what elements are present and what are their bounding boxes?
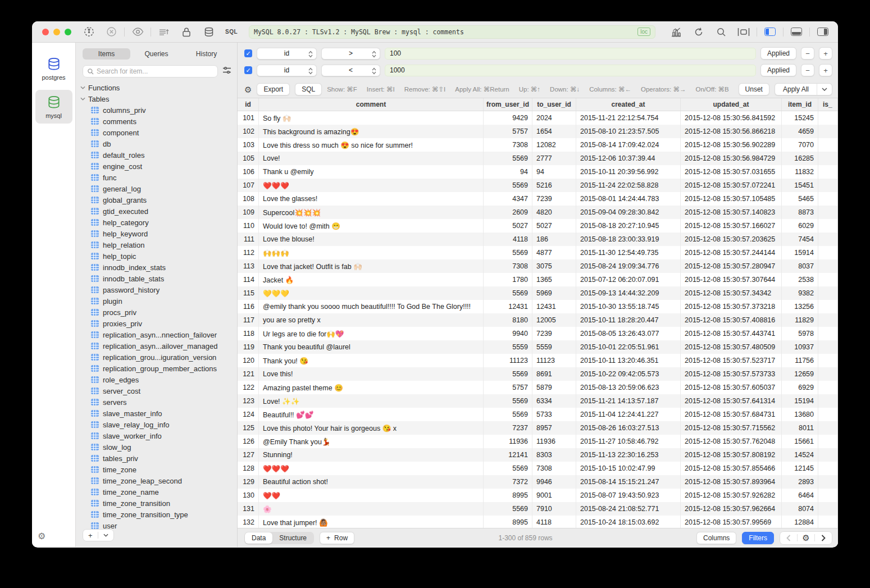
filter-applied-button[interactable]: Applied bbox=[760, 64, 796, 76]
cell-updated_at[interactable]: 2015-12-08 15:30:57.480509 bbox=[681, 340, 782, 354]
cell-item_id[interactable]: 8011 bbox=[782, 421, 818, 435]
cell-comment[interactable]: Love that jumper! 🙆🏽 bbox=[259, 516, 484, 528]
cell-from_user_id[interactable]: 5569 bbox=[484, 179, 532, 192]
cell-comment[interactable]: Supercool💥💥💥 bbox=[259, 206, 484, 219]
cell-from_user_id[interactable]: 12431 bbox=[484, 300, 532, 313]
cell-to_user_id[interactable]: 8303 bbox=[532, 448, 576, 462]
cell-updated_at[interactable]: 2015-12-08 15:30:57.280947 bbox=[681, 259, 782, 273]
cell-item_id[interactable]: 16285 bbox=[782, 152, 818, 165]
cell-comment[interactable]: Amazing pastel theme 😊 bbox=[259, 381, 484, 394]
cell-to_user_id[interactable]: 4877 bbox=[532, 246, 576, 259]
cell-item_id[interactable]: 12884 bbox=[782, 516, 818, 528]
next-page-button[interactable] bbox=[815, 532, 832, 544]
filter-value-input[interactable]: 100 bbox=[385, 48, 756, 60]
cell-to_user_id[interactable]: 7308 bbox=[532, 462, 576, 475]
cell-id[interactable]: 126 bbox=[238, 435, 259, 448]
tab-queries[interactable]: Queries bbox=[133, 48, 180, 60]
column-header-created_at[interactable]: created_at bbox=[576, 98, 681, 111]
cell-created_at[interactable]: 2015-08-10 21:23:57.505 bbox=[576, 125, 681, 138]
column-header-is_[interactable]: is_ bbox=[818, 98, 838, 111]
cell-is_[interactable] bbox=[818, 381, 838, 394]
cell-item_id[interactable]: 7070 bbox=[782, 138, 818, 152]
cell-is_[interactable] bbox=[818, 259, 838, 273]
database-icon[interactable] bbox=[199, 25, 218, 39]
sidebar-table-slow_log[interactable]: slow_log bbox=[76, 441, 237, 453]
cell-id[interactable]: 106 bbox=[238, 165, 259, 179]
cell-is_[interactable] bbox=[818, 448, 838, 462]
cell-comment[interactable]: 💛💛💛 bbox=[259, 286, 484, 300]
sidebar-table-comments[interactable]: comments bbox=[76, 116, 237, 127]
cell-to_user_id[interactable]: 7910 bbox=[532, 502, 576, 516]
cell-updated_at[interactable]: 2015-12-08 15:30:56.866218 bbox=[681, 125, 782, 138]
cell-updated_at[interactable]: 2015-12-08 15:30:57.808192 bbox=[681, 448, 782, 462]
cell-is_[interactable] bbox=[818, 192, 838, 206]
filter-operator-select[interactable]: > bbox=[321, 48, 380, 60]
refresh-icon[interactable] bbox=[689, 25, 708, 39]
cell-id[interactable]: 113 bbox=[238, 259, 259, 273]
cell-updated_at[interactable]: 2015-12-08 15:30:57.684731 bbox=[681, 408, 782, 421]
cell-comment[interactable]: Beautiful action shot! bbox=[259, 475, 484, 489]
add-filter-button[interactable]: + bbox=[819, 47, 832, 60]
cell-is_[interactable] bbox=[818, 421, 838, 435]
cell-is_[interactable] bbox=[818, 233, 838, 246]
cell-updated_at[interactable]: 2015-12-08 15:30:57.523717 bbox=[681, 354, 782, 367]
cell-is_[interactable] bbox=[818, 206, 838, 219]
cell-created_at[interactable]: 2015-11-21 22:12:54.754 bbox=[576, 111, 681, 125]
cell-updated_at[interactable]: 2015-12-08 15:30:56.902289 bbox=[681, 138, 782, 152]
search-icon[interactable] bbox=[712, 25, 731, 39]
cell-from_user_id[interactable]: 5569 bbox=[484, 152, 532, 165]
cell-from_user_id[interactable]: 2609 bbox=[484, 206, 532, 219]
zoom-window-button[interactable] bbox=[65, 29, 71, 35]
cell-item_id[interactable]: 15661 bbox=[782, 435, 818, 448]
sidebar-table-columns_priv[interactable]: columns_priv bbox=[76, 104, 237, 116]
cell-from_user_id[interactable]: 7372 bbox=[484, 475, 532, 489]
cell-is_[interactable] bbox=[818, 273, 838, 286]
cell-from_user_id[interactable]: 94 bbox=[484, 165, 532, 179]
cell-id[interactable]: 127 bbox=[238, 448, 259, 462]
cell-created_at[interactable]: 2015-11-21 14:13:57.187 bbox=[576, 394, 681, 408]
cell-from_user_id[interactable]: 5757 bbox=[484, 125, 532, 138]
cell-item_id[interactable]: 11756 bbox=[782, 354, 818, 367]
cell-is_[interactable] bbox=[818, 489, 838, 502]
cell-comment[interactable]: ❤️❤️❤️ bbox=[259, 179, 484, 192]
cell-item_id[interactable]: 8037 bbox=[782, 259, 818, 273]
cell-created_at[interactable]: 2015-10-11 20:39:56.992 bbox=[576, 165, 681, 179]
cell-comment[interactable]: you are so pretty x bbox=[259, 313, 484, 327]
cell-is_[interactable] bbox=[818, 394, 838, 408]
tab-items[interactable]: Items bbox=[83, 48, 130, 60]
sidebar-table-help_relation[interactable]: help_relation bbox=[76, 239, 237, 250]
cell-item_id[interactable]: 2538 bbox=[782, 273, 818, 286]
column-header-item_id[interactable]: item_id bbox=[782, 98, 818, 111]
chart-icon[interactable] bbox=[667, 25, 686, 39]
cell-to_user_id[interactable]: 12082 bbox=[532, 138, 576, 152]
cell-created_at[interactable]: 2015-11-24 22:02:58.828 bbox=[576, 179, 681, 192]
cell-to_user_id[interactable]: 8691 bbox=[532, 367, 576, 381]
cell-created_at[interactable]: 2015-08-24 21:08:52.771 bbox=[576, 502, 681, 516]
column-header-to_user_id[interactable]: to_user_id bbox=[532, 98, 576, 111]
cell-comment[interactable]: Love! bbox=[259, 152, 484, 165]
cell-is_[interactable] bbox=[818, 435, 838, 448]
cell-id[interactable]: 120 bbox=[238, 354, 259, 367]
cell-updated_at[interactable]: 2015-12-08 15:30:57.99569 bbox=[681, 516, 782, 528]
cell-updated_at[interactable]: 2015-12-08 15:30:57.105485 bbox=[681, 192, 782, 206]
cell-comment[interactable]: ❤️❤️ bbox=[259, 489, 484, 502]
sidebar-table-role_edges[interactable]: role_edges bbox=[76, 374, 237, 385]
cell-to_user_id[interactable]: 186 bbox=[532, 233, 576, 246]
sidebar-table-time_zone_transition[interactable]: time_zone_transition bbox=[76, 498, 237, 509]
cell-id[interactable]: 121 bbox=[238, 367, 259, 381]
cell-comment[interactable]: Stunning! bbox=[259, 448, 484, 462]
cell-from_user_id[interactable]: 5569 bbox=[484, 408, 532, 421]
disconnect-icon[interactable] bbox=[102, 25, 121, 39]
cell-id[interactable]: 130 bbox=[238, 489, 259, 502]
cell-to_user_id[interactable]: 3075 bbox=[532, 259, 576, 273]
cell-to_user_id[interactable]: 1654 bbox=[532, 125, 576, 138]
cell-created_at[interactable]: 2015-10-01 22:05:51.961 bbox=[576, 340, 681, 354]
cell-created_at[interactable]: 2015-11-30 12:54:49.735 bbox=[576, 246, 681, 259]
cell-to_user_id[interactable]: 12005 bbox=[532, 313, 576, 327]
cell-comment[interactable]: 🌸 bbox=[259, 502, 484, 516]
cell-from_user_id[interactable]: 1780 bbox=[484, 273, 532, 286]
sidebar-table-slave_worker_info[interactable]: slave_worker_info bbox=[76, 430, 237, 441]
filter-field-select[interactable]: id bbox=[257, 65, 317, 76]
cell-comment[interactable]: 🙌🙌🙌 bbox=[259, 246, 484, 259]
cell-item_id[interactable]: 11832 bbox=[782, 165, 818, 179]
